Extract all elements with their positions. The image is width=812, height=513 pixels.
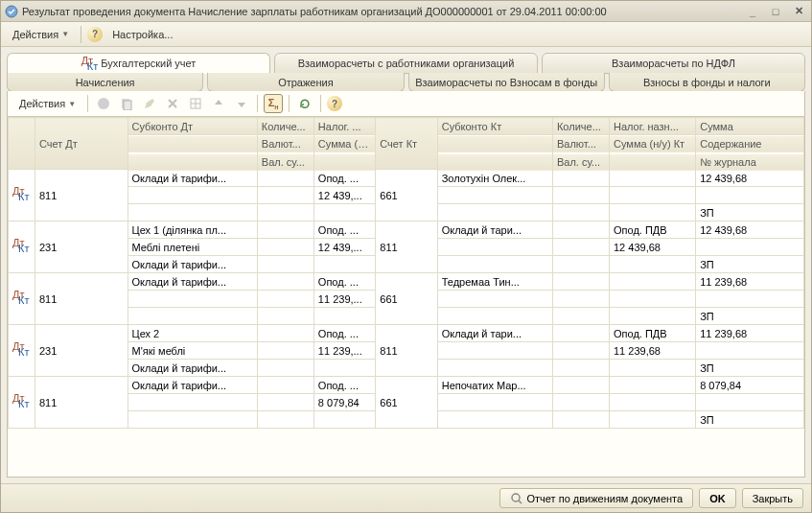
col-sub-dt-3[interactable] bbox=[128, 153, 257, 171]
col-sub-dt-2[interactable] bbox=[128, 135, 257, 152]
cell bbox=[552, 170, 609, 187]
col-blank[interactable] bbox=[610, 153, 696, 171]
col-tax-kt[interactable]: Налог. назн... bbox=[610, 118, 696, 135]
grid-scroll[interactable]: Счет Дт Субконто Дт Количе... Налог. ...… bbox=[8, 116, 804, 477]
svg-line-8 bbox=[519, 501, 522, 503]
help-icon[interactable]: ? bbox=[327, 96, 342, 111]
cell-sub-dt bbox=[128, 394, 257, 411]
actions-label: Действия bbox=[19, 98, 65, 109]
tab-settlements-funds[interactable]: Взаиморасчеты по Взносам в фонды bbox=[408, 73, 605, 92]
ok-button[interactable]: OK bbox=[699, 488, 736, 508]
settings-menu[interactable]: Настройка... bbox=[106, 27, 178, 42]
table-row[interactable]: Дт Кт 811 Оклади й тарифи... Опод. ... 6… bbox=[9, 170, 804, 187]
cell-sub-kt: Оклади й тари... bbox=[437, 325, 552, 342]
refresh-icon[interactable] bbox=[295, 94, 314, 113]
window-frame: Результат проведения документа Начислени… bbox=[0, 0, 812, 513]
cell bbox=[552, 239, 609, 256]
col-sub-kt-3[interactable] bbox=[437, 153, 552, 171]
col-journal[interactable]: № журнала bbox=[696, 153, 804, 171]
col-marker[interactable] bbox=[9, 118, 35, 170]
table-row[interactable]: Дт Кт 231 Цех 2 Опод. ... 811 Оклади й т… bbox=[9, 325, 804, 342]
col-sum[interactable]: Сумма bbox=[696, 118, 804, 135]
titlebar: Результат проведения документа Начислени… bbox=[1, 1, 811, 22]
col-sum-nu-dt[interactable]: Сумма (н/у) Дт bbox=[313, 135, 375, 152]
cell-sub-dt bbox=[128, 204, 257, 222]
app-icon bbox=[5, 5, 18, 18]
col-cur-dt[interactable]: Валют... bbox=[257, 135, 313, 152]
table-row[interactable]: Дт Кт 811 Оклади й тарифи... Опод. ... 6… bbox=[9, 377, 804, 394]
content-area: Дт Кт Бухгалтерский учет Взаиморасчеты с… bbox=[1, 47, 811, 483]
cell-sub-kt bbox=[437, 256, 552, 273]
menubar: Действия ▼ ? Настройка... bbox=[1, 22, 811, 47]
tab-contributions[interactable]: Взносы в фонды и налоги bbox=[609, 73, 805, 92]
move-down-icon[interactable] bbox=[232, 94, 251, 113]
cell bbox=[552, 394, 609, 411]
tab-accruals[interactable]: Начисления bbox=[7, 73, 203, 92]
col-sub-kt[interactable]: Субконто Кт bbox=[437, 118, 552, 135]
cell bbox=[610, 204, 696, 222]
table-row[interactable]: Дт Кт 811 Оклади й тарифи... Опод. ... 6… bbox=[9, 273, 804, 291]
col-sub-kt-2[interactable] bbox=[437, 135, 552, 152]
col-acc-dt[interactable]: Счет Дт bbox=[35, 118, 128, 170]
cell-sum bbox=[696, 239, 804, 256]
magnifier-icon bbox=[510, 492, 523, 505]
cell bbox=[552, 325, 609, 342]
grid-panel: Действия ▼ Σн ? bbox=[7, 91, 805, 478]
separator bbox=[87, 95, 88, 112]
sum-icon[interactable]: Σн bbox=[264, 94, 283, 113]
tab-settlements-ndfl[interactable]: Взаиморасчеты по НДФЛ bbox=[542, 53, 805, 74]
col-content[interactable]: Содержание bbox=[696, 135, 804, 152]
cell bbox=[257, 342, 313, 360]
cell-tax-kt: Опод. ПДВ bbox=[610, 222, 696, 239]
cell-sum: 8 079,84 bbox=[696, 377, 804, 394]
cell-tax-dt: 11 239,... bbox=[313, 342, 375, 360]
grid-actions-menu[interactable]: Действия ▼ bbox=[13, 96, 81, 111]
col-val-dt[interactable]: Вал. су... bbox=[257, 153, 313, 171]
cell-sum: 12 439,68 bbox=[696, 222, 804, 239]
col-sum-nu-kt[interactable]: Сумма (н/у) Кт bbox=[610, 135, 696, 152]
move-up-icon[interactable] bbox=[209, 94, 228, 113]
edit-icon[interactable] bbox=[140, 94, 159, 113]
close-button[interactable]: ✕ bbox=[790, 4, 807, 19]
cell-sub-kt bbox=[437, 394, 552, 411]
cell bbox=[257, 377, 313, 394]
add-icon[interactable] bbox=[94, 94, 113, 113]
cell-journal: ЗП bbox=[696, 256, 804, 273]
cell-sum: 11 239,68 bbox=[696, 325, 804, 342]
col-val-kt[interactable]: Вал. су... bbox=[552, 153, 609, 171]
tab-accounting[interactable]: Дт Кт Бухгалтерский учет bbox=[7, 53, 270, 74]
cell-sum bbox=[696, 342, 804, 360]
col-qty-kt[interactable]: Количе... bbox=[552, 118, 609, 135]
actions-menu[interactable]: Действия ▼ bbox=[7, 27, 75, 42]
cell bbox=[313, 308, 375, 325]
cell bbox=[552, 360, 609, 377]
svg-point-7 bbox=[512, 494, 520, 501]
col-qty-dt[interactable]: Количе... bbox=[257, 118, 313, 135]
tab-settlements-workers[interactable]: Взаиморасчеты с работниками организаций bbox=[274, 53, 538, 74]
col-sub-dt[interactable]: Субконто Дт bbox=[128, 118, 257, 135]
grid-icon[interactable] bbox=[186, 94, 205, 113]
close-footer-button[interactable]: Закрыть bbox=[742, 488, 803, 508]
svg-rect-3 bbox=[124, 101, 131, 110]
cell bbox=[257, 411, 313, 429]
col-blank[interactable] bbox=[313, 153, 375, 171]
minimize-button[interactable]: _ bbox=[744, 4, 761, 19]
col-tax-dt[interactable]: Налог. ... bbox=[313, 118, 375, 135]
cell-sub-kt bbox=[437, 291, 552, 308]
separator bbox=[257, 95, 258, 112]
tab-reflections[interactable]: Отражения bbox=[207, 73, 404, 92]
tab-label: Бухгалтерский учет bbox=[101, 58, 196, 69]
cell bbox=[552, 377, 609, 394]
cell-tax-kt bbox=[610, 273, 696, 291]
table-row[interactable]: Дт Кт 231 Цех 1 (ділянка пл... Опод. ...… bbox=[9, 222, 804, 239]
copy-icon[interactable] bbox=[117, 94, 136, 113]
help-icon[interactable]: ? bbox=[87, 27, 103, 42]
cell bbox=[610, 411, 696, 429]
col-acc-kt[interactable]: Счет Кт bbox=[376, 118, 437, 170]
row-marker: Дт Кт bbox=[9, 325, 35, 377]
maximize-button[interactable]: □ bbox=[767, 4, 784, 19]
report-button[interactable]: Отчет по движениям документа bbox=[499, 488, 694, 508]
cell bbox=[257, 222, 313, 239]
delete-icon[interactable] bbox=[163, 94, 182, 113]
col-cur-kt[interactable]: Валют... bbox=[552, 135, 609, 152]
